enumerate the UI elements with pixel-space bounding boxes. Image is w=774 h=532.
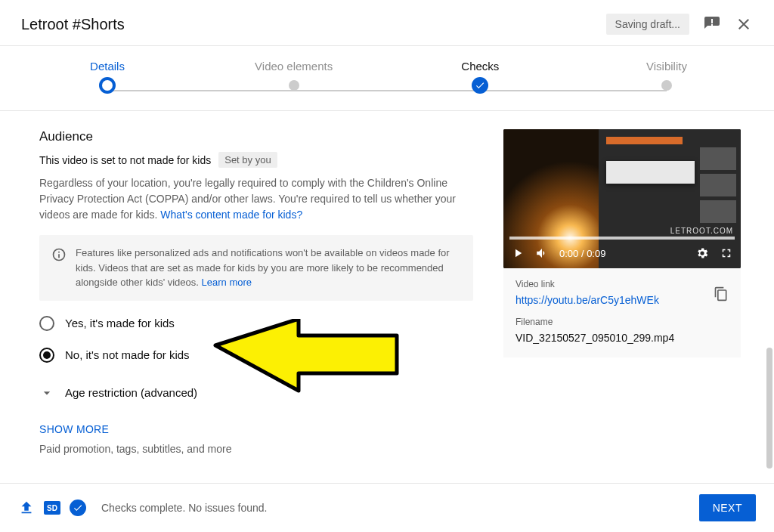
info-icon: [51, 247, 67, 262]
video-watermark: LETROOT.COM: [670, 227, 733, 235]
saving-draft-badge: Saving draft...: [606, 14, 689, 35]
audience-status: This video is set to not made for kids: [39, 154, 211, 166]
video-link[interactable]: https://youtu.be/arC5y1ehWEk: [515, 294, 729, 306]
copy-icon[interactable]: [714, 286, 729, 302]
audience-info-box: Features like personalized ads and notif…: [39, 235, 473, 301]
chevron-down-icon: [39, 385, 54, 401]
step-checks[interactable]: Checks: [435, 60, 525, 94]
radio-label: No, it's not made for kids: [65, 348, 190, 361]
close-icon[interactable]: [735, 15, 753, 33]
audience-heading: Audience: [39, 129, 473, 144]
show-more-subtitle: Paid promotion, tags, subtitles, and mor…: [39, 443, 473, 455]
video-time: 0:00 / 0:09: [559, 248, 605, 259]
footer-status: Checks complete. No issues found.: [101, 502, 267, 514]
scrollbar[interactable]: [766, 348, 772, 469]
learn-more-link[interactable]: Learn more: [202, 277, 252, 288]
step-visibility[interactable]: Visibility: [621, 60, 712, 94]
feedback-icon[interactable]: [703, 15, 721, 33]
stepper: Details Video elements Checks Visibility: [0, 46, 774, 111]
checks-complete-icon[interactable]: [70, 500, 86, 516]
radio-icon: [39, 316, 54, 331]
step-details[interactable]: Details: [62, 60, 153, 94]
show-more-button[interactable]: SHOW MORE: [39, 423, 473, 435]
dialog-header: Letroot #Shorts Saving draft...: [0, 0, 774, 46]
radio-label: Yes, it's made for kids: [65, 317, 175, 329]
set-by-badge: Set by you: [218, 152, 277, 168]
age-restriction-toggle[interactable]: Age restriction (advanced): [39, 385, 473, 401]
next-button[interactable]: NEXT: [699, 494, 756, 521]
fullscreen-icon[interactable]: [720, 246, 733, 260]
upload-icon[interactable]: [18, 500, 35, 516]
settings-icon[interactable]: [695, 246, 709, 260]
page-title: Letroot #Shorts: [21, 16, 125, 33]
volume-icon[interactable]: [535, 246, 549, 260]
radio-icon: [39, 348, 54, 363]
made-for-kids-help-link[interactable]: What's content made for kids?: [160, 209, 302, 221]
sd-badge[interactable]: SD: [44, 501, 60, 515]
filename-label: Filename: [515, 317, 729, 327]
filename-value: VID_32150527_095010_299.mp4: [515, 332, 729, 344]
video-link-label: Video link: [515, 279, 729, 289]
play-icon[interactable]: [511, 246, 525, 260]
step-video-elements[interactable]: Video elements: [249, 60, 339, 94]
radio-made-for-kids-yes[interactable]: Yes, it's made for kids: [39, 316, 473, 331]
footer-bar: SD Checks complete. No issues found. NEX…: [0, 483, 774, 532]
radio-made-for-kids-no[interactable]: No, it's not made for kids: [39, 348, 473, 363]
video-preview[interactable]: LETROOT.COM 0:00 / 0:09: [503, 129, 741, 268]
audience-legal-text: Regardless of your location, you're lega…: [39, 175, 473, 223]
